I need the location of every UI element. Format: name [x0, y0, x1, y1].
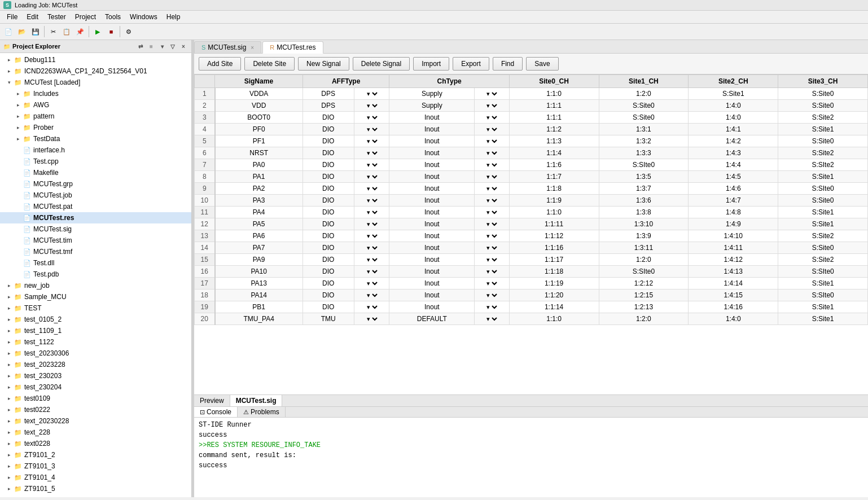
select-chtype-3[interactable]: ▾ [484, 125, 499, 133]
menu-windows[interactable]: Windows [125, 12, 162, 22]
select-chtype-9[interactable]: ▾ [484, 196, 499, 204]
tree-item-21[interactable]: ▸📁Sample_MCU [0, 291, 191, 302]
save-toolbar-btn[interactable]: 💾 [29, 25, 42, 38]
table-row-19[interactable]: 20TMU_PA4TMU▾DEFAULT▾1:1:01:2:01:4:0S:Si… [195, 313, 868, 325]
cell-afftype-sel-8[interactable]: ▾ [354, 183, 389, 195]
collapse-icon[interactable]: ≡ [147, 42, 156, 51]
select-chtype-17[interactable]: ▾ [484, 291, 499, 299]
tree-item-12[interactable]: 📄MCUTest.job [0, 190, 191, 201]
menu-project[interactable]: Project [71, 12, 100, 22]
select-chtype-14[interactable]: ▾ [484, 256, 499, 264]
save-button[interactable]: Save [526, 57, 558, 71]
select-chtype-6[interactable]: ▾ [484, 161, 499, 169]
new-signal-button[interactable]: New Signal [298, 57, 349, 71]
cell-chtype-sel-19[interactable]: ▾ [475, 313, 510, 325]
tree-item-32[interactable]: ▸📁text_20230228 [0, 415, 191, 427]
cell-afftype-sel-6[interactable]: ▾ [354, 159, 389, 171]
cell-afftype-sel-9[interactable]: ▾ [354, 195, 389, 207]
select-chtype-10[interactable]: ▾ [484, 208, 499, 216]
table-row-10[interactable]: 11PA4DIO▾Inout▾1:1:01:3:81:4:8S:Site1 [195, 207, 868, 218]
table-row-12[interactable]: 13PA6DIO▾Inout▾1:1:121:3:91:4:10S:Site2 [195, 230, 868, 242]
tree-item-31[interactable]: ▸📁test0222 [0, 404, 191, 415]
select-afftype-2[interactable]: ▾ [365, 113, 379, 121]
cell-chtype-sel-15[interactable]: ▾ [475, 266, 510, 278]
down-arrow-icon[interactable]: ▾ [157, 42, 166, 51]
cell-chtype-sel-10[interactable]: ▾ [475, 207, 510, 218]
select-afftype-14[interactable]: ▾ [365, 256, 379, 264]
table-row-6[interactable]: 7PA0DIO▾Inout▾1:1:6S:SIte01:4:4S:SIte2 [195, 159, 868, 171]
select-afftype-16[interactable]: ▾ [365, 279, 379, 287]
console-tab[interactable]: ⊡ Console [194, 407, 238, 417]
tree-item-30[interactable]: ▸📁test0109 [0, 393, 191, 404]
select-afftype-19[interactable]: ▾ [365, 315, 379, 323]
table-row-14[interactable]: 15PA9DIO▾Inout▾1:1:171:2:01:4:12S:Site2 [195, 254, 868, 266]
table-row-7[interactable]: 8PA1DIO▾Inout▾1:1:71:3:51:4:5S:Site1 [195, 171, 868, 183]
select-afftype-8[interactable]: ▾ [365, 185, 379, 192]
cut-btn[interactable]: ✂ [47, 25, 59, 38]
cell-chtype-sel-16[interactable]: ▾ [475, 278, 510, 290]
cell-afftype-sel-19[interactable]: ▾ [354, 313, 389, 325]
cell-afftype-sel-11[interactable]: ▾ [354, 218, 389, 230]
tree-item-34[interactable]: ▸📁text0228 [0, 438, 191, 449]
cell-afftype-sel-16[interactable]: ▾ [354, 278, 389, 290]
select-afftype-11[interactable]: ▾ [365, 220, 379, 228]
tree-item-38[interactable]: ▸📁ZT9101_5 [0, 483, 191, 494]
select-afftype-6[interactable]: ▾ [365, 161, 379, 169]
tree-item-23[interactable]: ▸📁test_0105_2 [0, 314, 191, 325]
select-afftype-9[interactable]: ▾ [365, 196, 379, 204]
cell-afftype-sel-1[interactable]: ▾ [354, 100, 389, 112]
cell-afftype-sel-13[interactable]: ▾ [354, 242, 389, 254]
table-row-0[interactable]: 1VDDADPS▾Supply▾1:1:01:2:0S:Site1S:Site0 [195, 88, 868, 100]
select-chtype-13[interactable]: ▾ [484, 244, 499, 252]
tree-item-1[interactable]: ▸📁ICND2263WAA_CP1_24D_S12564_V01 [0, 65, 191, 77]
select-afftype-1[interactable]: ▾ [365, 102, 379, 109]
tree-item-9[interactable]: 📄Test.cpp [0, 156, 191, 167]
tree-item-35[interactable]: ▸📁ZT9101_2 [0, 449, 191, 460]
select-afftype-0[interactable]: ▾ [365, 90, 379, 98]
menu-edit[interactable]: Edit [22, 12, 43, 22]
table-row-5[interactable]: 6NRSTDIO▾Inout▾1:1:41:3:31:4:3S:Site2 [195, 147, 868, 159]
table-row-17[interactable]: 18PA14DIO▾Inout▾1:1:201:2:151:4:15S:SIte… [195, 290, 868, 301]
tree-item-37[interactable]: ▸📁ZT9101_4 [0, 472, 191, 483]
table-row-8[interactable]: 9PA2DIO▾Inout▾1:1:81:3:71:4:6S:SIte0 [195, 183, 868, 195]
select-chtype-8[interactable]: ▾ [484, 185, 499, 192]
tree-item-8[interactable]: 📄interface.h [0, 144, 191, 156]
tree-item-13[interactable]: 📄MCUTest.pat [0, 201, 191, 212]
sync-icon[interactable]: ⇄ [136, 42, 145, 51]
menu-help[interactable]: Help [162, 12, 185, 22]
select-chtype-5[interactable]: ▾ [484, 149, 499, 157]
cell-afftype-sel-17[interactable]: ▾ [354, 290, 389, 301]
tree-item-33[interactable]: ▸📁text_228 [0, 427, 191, 438]
delete-site-button[interactable]: Delete Site [244, 57, 295, 71]
find-button[interactable]: Find [493, 57, 523, 71]
tree-item-22[interactable]: ▸📁TEST [0, 302, 191, 314]
tree-item-16[interactable]: 📄MCUTest.tim [0, 235, 191, 246]
tree-item-3[interactable]: ▸📁Includes [0, 88, 191, 99]
select-chtype-18[interactable]: ▾ [484, 303, 499, 311]
tree-item-0[interactable]: ▸📁Debug111 [0, 54, 191, 65]
select-chtype-0[interactable]: ▾ [484, 90, 499, 98]
tree-item-28[interactable]: ▸📁test_230203 [0, 370, 191, 381]
table-row-9[interactable]: 10PA3DIO▾Inout▾1:1:91:3:61:4:7S:Site0 [195, 195, 868, 207]
cell-chtype-sel-1[interactable]: ▾ [475, 100, 510, 112]
cell-chtype-sel-7[interactable]: ▾ [475, 171, 510, 183]
select-afftype-18[interactable]: ▾ [365, 303, 379, 311]
tree-item-36[interactable]: ▸📁ZT9101_3 [0, 460, 191, 472]
menu-file[interactable]: File [2, 12, 22, 22]
table-row-1[interactable]: 2VDDDPS▾Supply▾1:1:1S:Site01:4:0S:Site0 [195, 100, 868, 112]
copy-btn[interactable]: 📋 [60, 25, 73, 38]
tree-item-27[interactable]: ▸📁test_2023228 [0, 359, 191, 370]
tree-item-25[interactable]: ▸📁test_1122 [0, 336, 191, 348]
tree-item-5[interactable]: ▸📁pattern [0, 111, 191, 122]
menu-tools[interactable]: Tools [100, 12, 125, 22]
select-afftype-13[interactable]: ▾ [365, 244, 379, 252]
tree-item-17[interactable]: 📄MCUTest.tmf [0, 246, 191, 257]
cell-chtype-sel-14[interactable]: ▾ [475, 254, 510, 266]
table-row-3[interactable]: 4PF0DIO▾Inout▾1:1:21:3:11:4:1S:Site1 [195, 124, 868, 135]
cell-afftype-sel-4[interactable]: ▾ [354, 135, 389, 147]
select-afftype-3[interactable]: ▾ [365, 125, 379, 133]
delete-signal-button[interactable]: Delete Signal [353, 57, 410, 71]
tree-item-26[interactable]: ▸📁test_20230306 [0, 348, 191, 359]
select-afftype-5[interactable]: ▾ [365, 149, 379, 157]
paste-btn[interactable]: 📌 [74, 25, 86, 38]
